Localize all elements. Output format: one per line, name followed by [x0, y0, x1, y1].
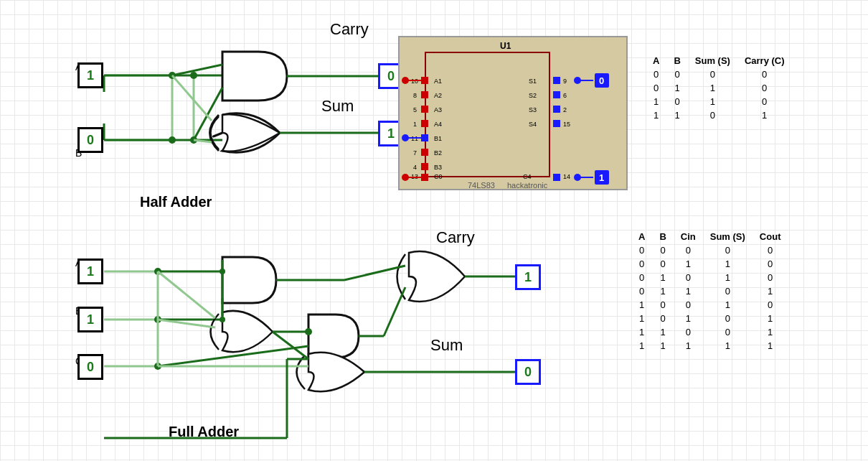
svg-text:B1: B1 — [434, 135, 442, 142]
table-cell: 0 — [688, 108, 737, 122]
svg-text:9: 9 — [563, 78, 567, 85]
svg-text:B3: B3 — [434, 164, 442, 171]
table-cell: 1 — [631, 339, 652, 353]
table-cell: 0 — [753, 271, 788, 284]
svg-rect-79 — [553, 106, 560, 113]
table-cell: 1 — [753, 339, 788, 353]
fa-col-cout: Cout — [753, 230, 788, 243]
svg-text:15: 15 — [563, 121, 570, 128]
svg-text:4: 4 — [413, 164, 417, 171]
svg-text:6: 6 — [563, 92, 567, 99]
svg-text:S2: S2 — [529, 92, 537, 99]
svg-text:A2: A2 — [434, 92, 442, 99]
svg-line-34 — [384, 287, 405, 336]
half-adder-truth-table: A B Sum (S) Carry (C) 0000011010101101 — [646, 54, 792, 122]
table-cell: 1 — [652, 325, 673, 339]
table-cell: 1 — [753, 325, 788, 339]
table-cell: 1 — [631, 325, 652, 339]
table-cell: 1 — [674, 284, 703, 298]
svg-line-50 — [158, 271, 215, 318]
svg-rect-57 — [421, 91, 428, 98]
table-cell: 0 — [703, 243, 753, 257]
table-cell: 0 — [688, 67, 737, 81]
svg-text:1: 1 — [599, 172, 604, 183]
table-cell: 0 — [703, 325, 753, 339]
svg-text:S1: S1 — [529, 78, 537, 85]
svg-text:14: 14 — [563, 173, 570, 180]
ha-col-b: B — [666, 54, 687, 67]
ha-carry-label: Carry — [330, 20, 369, 39]
full-adder-truth-table: A B Cin Sum (S) Cout 0000000110010100110… — [631, 230, 788, 353]
table-cell: 1 — [753, 284, 788, 298]
svg-point-10 — [190, 72, 197, 79]
fa-col-b: B — [652, 230, 673, 243]
svg-rect-93 — [421, 174, 428, 181]
table-cell: 0 — [652, 243, 673, 257]
svg-point-36 — [305, 328, 312, 335]
table-cell: 1 — [703, 257, 753, 271]
table-cell: 0 — [631, 243, 652, 257]
svg-text:5: 5 — [413, 106, 417, 113]
table-cell: 0 — [631, 257, 652, 271]
ha-input-b-box: 0 — [77, 127, 103, 153]
table-cell: 0 — [737, 67, 792, 81]
svg-text:A4: A4 — [434, 121, 442, 128]
svg-rect-80 — [553, 120, 560, 127]
table-cell: 1 — [674, 257, 703, 271]
ha-sum-label: Sum — [321, 97, 354, 116]
svg-text:S3: S3 — [529, 106, 537, 113]
svg-rect-94 — [553, 174, 560, 181]
table-cell: 1 — [688, 81, 737, 95]
table-cell: 0 — [674, 298, 703, 312]
svg-point-11 — [169, 136, 176, 144]
table-cell: 1 — [674, 312, 703, 325]
table-cell: 1 — [674, 339, 703, 353]
ic-chip-74ls83: U1 10 8 5 1 11 7 4 A1 A2 A3 A4 B1 B2 — [398, 36, 628, 190]
svg-point-49 — [220, 317, 225, 322]
table-cell: 0 — [753, 243, 788, 257]
table-cell: 0 — [674, 271, 703, 284]
fa-input-b-box: 1 — [77, 307, 103, 332]
svg-line-17 — [172, 65, 222, 75]
svg-text:C0: C0 — [434, 173, 443, 180]
table-cell: 1 — [666, 81, 687, 95]
svg-text:2: 2 — [563, 106, 567, 113]
table-cell: 1 — [631, 312, 652, 325]
ha-col-a: A — [646, 54, 666, 67]
table-cell: 0 — [753, 298, 788, 312]
main-content: A 1 B 0 Carry Sum 0 1 Half Adder U1 — [0, 0, 868, 461]
svg-line-19 — [172, 75, 212, 121]
table-cell: 0 — [646, 67, 666, 81]
table-cell: 1 — [652, 271, 673, 284]
fa-input-a-box: 1 — [77, 259, 103, 284]
ha-col-sum: Sum (S) — [688, 54, 737, 67]
svg-text:C4: C4 — [523, 173, 532, 180]
svg-text:A1: A1 — [434, 78, 442, 85]
table-cell: 1 — [631, 298, 652, 312]
svg-rect-56 — [421, 77, 428, 84]
full-adder-title: Full Adder — [169, 424, 239, 440]
table-cell: 0 — [666, 95, 687, 108]
table-cell: 0 — [631, 284, 652, 298]
table-cell: 0 — [737, 95, 792, 108]
table-cell: 1 — [666, 108, 687, 122]
svg-text:0: 0 — [599, 75, 604, 86]
table-cell: 0 — [753, 257, 788, 271]
svg-text:A3: A3 — [434, 106, 442, 113]
table-cell: 1 — [753, 312, 788, 325]
svg-rect-58 — [421, 106, 428, 113]
table-cell: 0 — [646, 81, 666, 95]
table-cell: 1 — [652, 284, 673, 298]
fa-col-sum: Sum (S) — [703, 230, 753, 243]
table-cell: 0 — [666, 67, 687, 81]
fa-sum-output-box: 0 — [515, 359, 541, 385]
svg-text:S4: S4 — [529, 121, 537, 128]
table-cell: 0 — [703, 312, 753, 325]
ha-col-carry: Carry (C) — [737, 54, 792, 67]
svg-text:1: 1 — [413, 121, 417, 128]
svg-text:74LS83: 74LS83 — [468, 181, 495, 190]
table-cell: 0 — [652, 257, 673, 271]
table-cell: 0 — [652, 298, 673, 312]
fa-col-a: A — [631, 230, 652, 243]
table-cell: 0 — [703, 284, 753, 298]
